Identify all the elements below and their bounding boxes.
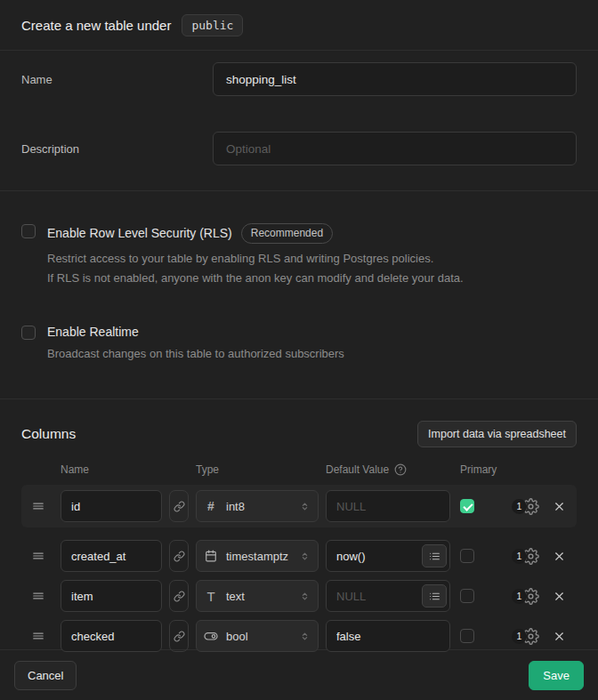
column-settings-button[interactable]: 1	[512, 588, 539, 605]
rls-toggle-block: Enable Row Level Security (RLS) Recommen…	[21, 223, 577, 287]
column-default-input[interactable]	[326, 620, 450, 652]
drag-handle-icon[interactable]	[32, 630, 44, 642]
realtime-label: Enable Realtime	[47, 325, 139, 339]
dialog-header: Create a new table under public	[0, 0, 598, 51]
table-name-input[interactable]	[213, 62, 577, 96]
foreign-key-link-icon[interactable]	[169, 620, 189, 652]
column-type-select[interactable]: T text	[196, 580, 319, 612]
settings-count-badge: 1	[512, 629, 527, 644]
realtime-description: Broadcast changes on this table to autho…	[47, 345, 344, 363]
remove-column-button[interactable]	[553, 590, 566, 603]
column-row-checked: bool 1	[21, 620, 577, 652]
table-options-section: Enable Row Level Security (RLS) Recommen…	[0, 191, 598, 399]
column-type-value: bool	[226, 630, 248, 643]
number-type-icon: #	[204, 499, 218, 513]
primary-checkbox[interactable]	[460, 499, 474, 513]
dialog-title: Create a new table under	[21, 18, 171, 33]
help-circle-icon[interactable]	[394, 463, 407, 476]
columns-title: Columns	[21, 426, 76, 442]
rls-checkbox[interactable]	[21, 224, 36, 238]
header-type: Type	[196, 463, 326, 476]
drag-handle-icon[interactable]	[32, 590, 44, 602]
column-row-id: # int8 1	[21, 485, 577, 527]
dialog-footer: Cancel Save	[0, 650, 598, 700]
realtime-checkbox[interactable]	[21, 326, 36, 340]
import-spreadsheet-button[interactable]: Import data via spreadsheet	[417, 421, 577, 447]
rls-label: Enable Row Level Security (RLS)	[47, 226, 232, 240]
table-details-section: Name Description	[0, 51, 598, 191]
column-row-item: T text 1	[21, 580, 577, 612]
default-value-menu-icon[interactable]	[422, 584, 447, 607]
header-default-value: Default Value	[326, 463, 389, 476]
recommended-badge: Recommended	[241, 223, 333, 244]
chevron-updown-icon	[299, 501, 311, 512]
rls-description-line1: Restrict access to your table by enablin…	[47, 250, 464, 268]
column-type-value: timestamptz	[226, 550, 288, 563]
text-type-icon: T	[204, 589, 218, 604]
column-type-value: text	[226, 590, 245, 603]
columns-section: Columns Import data via spreadsheet Name…	[0, 399, 598, 650]
primary-checkbox[interactable]	[460, 549, 474, 563]
chevron-updown-icon	[299, 591, 311, 602]
column-name-input[interactable]	[61, 490, 162, 522]
remove-column-button[interactable]	[553, 500, 566, 513]
table-description-input[interactable]	[213, 132, 577, 165]
column-settings-button[interactable]: 1	[512, 548, 539, 565]
chevron-updown-icon	[299, 631, 311, 642]
calendar-icon	[204, 550, 218, 562]
drag-handle-icon[interactable]	[32, 500, 44, 512]
column-type-select[interactable]: timestamptz	[196, 540, 319, 572]
rls-description-line2: If RLS is not enabled, anyone with the a…	[47, 270, 464, 287]
create-table-dialog: Create a new table under public Name Des…	[0, 0, 598, 700]
description-label: Description	[21, 142, 213, 156]
column-name-input[interactable]	[61, 620, 162, 652]
column-row-created-at: timestamptz 1	[21, 540, 577, 572]
save-button[interactable]: Save	[529, 661, 584, 690]
settings-count-badge: 1	[512, 589, 527, 604]
column-name-input[interactable]	[61, 580, 162, 612]
column-settings-button[interactable]: 1	[512, 498, 539, 515]
boolean-toggle-icon	[204, 629, 218, 643]
description-form-row: Description	[0, 132, 598, 165]
foreign-key-link-icon[interactable]	[169, 490, 189, 522]
columns-table-header: Name Type Default Value Primary	[21, 463, 577, 476]
drag-handle-icon[interactable]	[32, 550, 44, 562]
primary-checkbox[interactable]	[460, 629, 474, 643]
chevron-updown-icon	[299, 551, 311, 562]
column-type-value: int8	[226, 500, 245, 513]
settings-count-badge: 1	[512, 499, 527, 514]
rls-toggle-content: Enable Row Level Security (RLS) Recommen…	[47, 223, 464, 287]
realtime-toggle-block: Enable Realtime Broadcast changes on thi…	[21, 325, 577, 363]
primary-checkbox[interactable]	[460, 589, 474, 603]
remove-column-button[interactable]	[553, 630, 566, 643]
column-settings-button[interactable]: 1	[512, 628, 539, 645]
settings-count-badge: 1	[512, 549, 527, 564]
header-primary: Primary	[460, 463, 497, 476]
cancel-button[interactable]: Cancel	[14, 661, 77, 690]
name-label: Name	[21, 73, 213, 86]
header-name: Name	[61, 463, 189, 476]
remove-column-button[interactable]	[553, 550, 566, 563]
realtime-toggle-content: Enable Realtime Broadcast changes on thi…	[47, 325, 344, 363]
column-type-select[interactable]: # int8	[196, 490, 319, 522]
foreign-key-link-icon[interactable]	[169, 540, 189, 572]
schema-badge: public	[182, 14, 243, 36]
default-value-menu-icon[interactable]	[422, 544, 447, 567]
foreign-key-link-icon[interactable]	[169, 580, 189, 612]
column-name-input[interactable]	[61, 540, 162, 572]
column-type-select[interactable]: bool	[196, 620, 319, 652]
name-form-row: Name	[0, 62, 598, 96]
column-default-input	[326, 490, 450, 522]
